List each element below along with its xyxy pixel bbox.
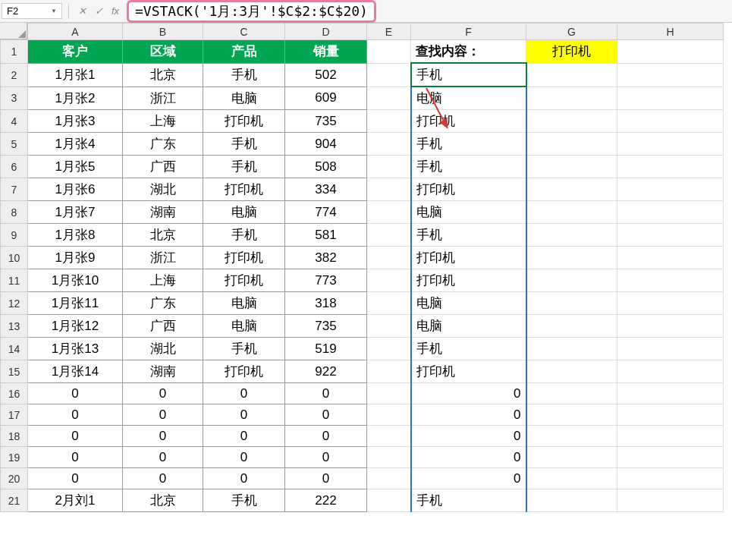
cell-B15[interactable]: 湖南	[123, 360, 203, 383]
cell-H11[interactable]	[617, 269, 724, 292]
cell-H7[interactable]	[617, 178, 724, 201]
cell-C10[interactable]: 打印机	[203, 247, 285, 269]
cell-G20[interactable]	[526, 468, 617, 489]
row-header-21[interactable]: 21	[1, 489, 28, 512]
cell-E17[interactable]	[367, 404, 411, 426]
cell-H15[interactable]	[617, 360, 724, 383]
cell-E8[interactable]	[367, 201, 411, 224]
cell-G4[interactable]	[526, 110, 617, 133]
cell-H2[interactable]	[617, 63, 724, 87]
cell-C16[interactable]: 0	[203, 383, 285, 404]
name-box-dropdown-icon[interactable]: ▼	[51, 8, 57, 14]
cell-G3[interactable]	[526, 87, 617, 110]
cell-F8[interactable]: 电脑	[411, 201, 526, 224]
row-header-7[interactable]: 7	[1, 178, 28, 201]
cell-F6[interactable]: 手机	[411, 156, 526, 178]
cell-D6[interactable]: 508	[285, 156, 367, 178]
cell-D19[interactable]: 0	[285, 447, 367, 468]
cell-D1[interactable]: 销量	[285, 40, 367, 64]
cell-B9[interactable]: 北京	[123, 224, 203, 247]
cell-A8[interactable]: 1月张7	[28, 201, 123, 224]
row-header-20[interactable]: 20	[1, 468, 28, 489]
cell-G9[interactable]	[526, 224, 617, 247]
cell-D20[interactable]: 0	[285, 468, 367, 489]
cell-G13[interactable]	[526, 315, 617, 338]
cell-E16[interactable]	[367, 383, 411, 404]
cell-H8[interactable]	[617, 201, 724, 224]
cell-H20[interactable]	[617, 468, 724, 489]
cell-G21[interactable]	[526, 489, 617, 512]
cell-D14[interactable]: 519	[285, 338, 367, 360]
cell-C7[interactable]: 打印机	[203, 178, 285, 201]
cell-H14[interactable]	[617, 338, 724, 360]
cell-E5[interactable]	[367, 133, 411, 156]
cell-D21[interactable]: 222	[285, 489, 367, 512]
row-header-1[interactable]: 1	[1, 40, 28, 64]
row-header-9[interactable]: 9	[1, 224, 28, 247]
cell-C6[interactable]: 手机	[203, 156, 285, 178]
cell-B8[interactable]: 湖南	[123, 201, 203, 224]
cell-H13[interactable]	[617, 315, 724, 338]
cell-B21[interactable]: 北京	[123, 489, 203, 512]
name-box[interactable]: F2 ▼	[2, 3, 62, 19]
row-header-2[interactable]: 2	[1, 63, 28, 87]
cell-H4[interactable]	[617, 110, 724, 133]
cell-D18[interactable]: 0	[285, 426, 367, 447]
row-header-14[interactable]: 14	[1, 338, 28, 360]
cell-E2[interactable]	[367, 63, 411, 87]
row-header-4[interactable]: 4	[1, 110, 28, 133]
cell-H1[interactable]	[617, 40, 724, 64]
cell-F13[interactable]: 电脑	[411, 315, 526, 338]
column-header-H[interactable]: H	[617, 24, 724, 40]
cell-E6[interactable]	[367, 156, 411, 178]
cell-H3[interactable]	[617, 87, 724, 110]
cell-G18[interactable]	[526, 426, 617, 447]
cell-G10[interactable]	[526, 247, 617, 269]
cell-F16[interactable]: 0	[411, 383, 526, 404]
cell-E19[interactable]	[367, 447, 411, 468]
cell-G16[interactable]	[526, 383, 617, 404]
cell-F21[interactable]: 手机	[411, 489, 526, 512]
cell-F19[interactable]: 0	[411, 447, 526, 468]
cell-G11[interactable]	[526, 269, 617, 292]
cell-G8[interactable]	[526, 201, 617, 224]
cell-F2[interactable]: 手机	[411, 63, 526, 87]
cell-C9[interactable]: 手机	[203, 224, 285, 247]
row-header-6[interactable]: 6	[1, 156, 28, 178]
cell-E12[interactable]	[367, 292, 411, 315]
cell-G5[interactable]	[526, 133, 617, 156]
cell-F5[interactable]: 手机	[411, 133, 526, 156]
cell-A16[interactable]: 0	[28, 383, 123, 404]
cell-B11[interactable]: 上海	[123, 269, 203, 292]
cell-A21[interactable]: 2月刘1	[28, 489, 123, 512]
cell-D13[interactable]: 735	[285, 315, 367, 338]
column-header-B[interactable]: B	[123, 24, 203, 40]
cell-B5[interactable]: 广东	[123, 133, 203, 156]
cell-E13[interactable]	[367, 315, 411, 338]
cell-D4[interactable]: 735	[285, 110, 367, 133]
row-header-17[interactable]: 17	[1, 404, 28, 426]
cell-B17[interactable]: 0	[123, 404, 203, 426]
cell-F3[interactable]: 电脑	[411, 87, 526, 110]
cell-A9[interactable]: 1月张8	[28, 224, 123, 247]
cell-F9[interactable]: 手机	[411, 224, 526, 247]
column-header-C[interactable]: C	[203, 24, 285, 40]
cell-B7[interactable]: 湖北	[123, 178, 203, 201]
cell-G2[interactable]	[526, 63, 617, 87]
cell-C14[interactable]: 手机	[203, 338, 285, 360]
cell-F12[interactable]: 电脑	[411, 292, 526, 315]
cancel-formula-button[interactable]: ✕	[74, 5, 90, 17]
cell-D17[interactable]: 0	[285, 404, 367, 426]
cell-E20[interactable]	[367, 468, 411, 489]
row-header-5[interactable]: 5	[1, 133, 28, 156]
cell-H16[interactable]	[617, 383, 724, 404]
cell-F1[interactable]: 查找内容：	[411, 40, 526, 64]
cell-D15[interactable]: 922	[285, 360, 367, 383]
cell-E21[interactable]	[367, 489, 411, 512]
cell-H21[interactable]	[617, 489, 724, 512]
cell-C5[interactable]: 手机	[203, 133, 285, 156]
cell-H19[interactable]	[617, 447, 724, 468]
cell-A6[interactable]: 1月张5	[28, 156, 123, 178]
cell-C19[interactable]: 0	[203, 447, 285, 468]
row-header-16[interactable]: 16	[1, 383, 28, 404]
